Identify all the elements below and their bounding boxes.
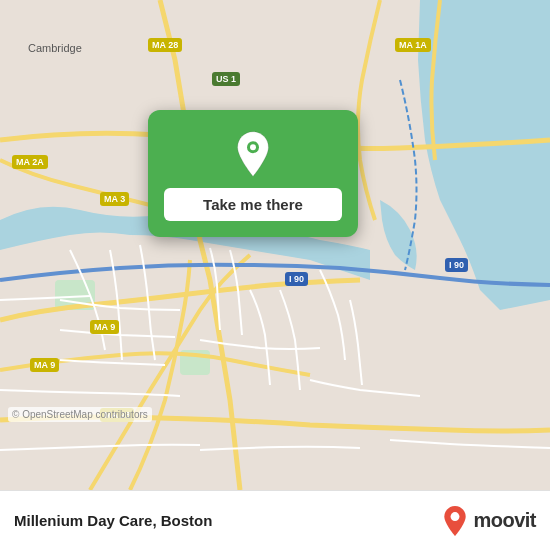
- ma1a-label: MA 1A: [395, 38, 431, 52]
- location-pin-icon: [229, 130, 277, 178]
- cambridge-label: Cambridge: [28, 42, 82, 54]
- ma28-top-label: MA 28: [148, 38, 182, 52]
- location-info: Millenium Day Care, Boston: [14, 512, 212, 529]
- i90-right-label: I 90: [445, 258, 468, 272]
- svg-point-4: [250, 144, 256, 150]
- ma9b-label: MA 9: [30, 358, 59, 372]
- bottom-bar: Millenium Day Care, Boston moovit: [0, 490, 550, 550]
- location-name: Millenium Day Care, Boston: [14, 512, 212, 529]
- osm-attribution: © OpenStreetMap contributors: [8, 407, 152, 422]
- i90-mid-label: I 90: [285, 272, 308, 286]
- ma2a-label: MA 2A: [12, 155, 48, 169]
- take-me-there-button[interactable]: Take me there: [164, 188, 342, 221]
- map-container[interactable]: Cambridge MA 28 MA 1A US 1 MA 2A MA 3 I …: [0, 0, 550, 490]
- moovit-pin-icon: [441, 505, 469, 537]
- us1-label: US 1: [212, 72, 240, 86]
- moovit-brand-name: moovit: [473, 509, 536, 532]
- location-popup: Take me there: [148, 110, 358, 237]
- ma9-label: MA 9: [90, 320, 119, 334]
- moovit-logo: moovit: [441, 505, 536, 537]
- svg-point-5: [451, 512, 460, 521]
- ma3-label: MA 3: [100, 192, 129, 206]
